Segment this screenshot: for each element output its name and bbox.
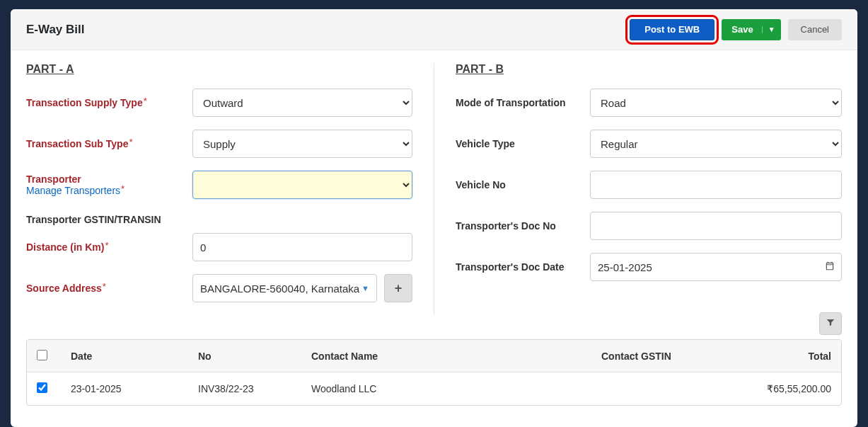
- part-a-section: PART - A Transaction Supply Type* Outwar…: [26, 63, 434, 315]
- part-b-section: PART - B Mode of Transportation Road Veh…: [434, 63, 842, 315]
- vehicle-type-label: Vehicle Type: [456, 138, 590, 149]
- cell-contact-name: Woodland LLC: [311, 383, 601, 394]
- mode-of-transportation-label: Mode of Transportation: [456, 97, 590, 108]
- vehicle-no-input[interactable]: [590, 171, 842, 199]
- table-row[interactable]: 23-01-2025 INV38/22-23 Woodland LLC ₹65,…: [27, 372, 841, 405]
- filter-icon: [826, 317, 835, 330]
- column-header-contact-gstin: Contact GSTIN: [601, 351, 739, 362]
- cell-date: 23-01-2025: [71, 383, 198, 394]
- chevron-down-icon[interactable]: ▼: [762, 26, 775, 33]
- transporter-gstin-label: Transporter GSTIN/TRANSIN: [26, 214, 192, 225]
- source-address-select[interactable]: BANGALORE-560040, Karnataka ▼: [192, 274, 377, 302]
- mode-of-transportation-select[interactable]: Road: [590, 89, 842, 117]
- source-address-label: Source Address*: [26, 283, 192, 294]
- save-button-label: Save: [731, 24, 753, 35]
- row-checkbox[interactable]: [37, 382, 47, 393]
- manage-transporters-link[interactable]: Manage Transporters: [26, 185, 120, 196]
- cancel-button[interactable]: Cancel: [788, 19, 842, 40]
- cell-total: ₹65,55,200.00: [739, 383, 831, 394]
- calendar-icon[interactable]: [825, 261, 835, 273]
- transporter-doc-date-label: Transporter's Doc Date: [456, 261, 590, 273]
- distance-label: Distance (in Km)*: [26, 241, 192, 253]
- transporter-select[interactable]: [192, 171, 412, 199]
- modal-title: E-Way Bill: [26, 23, 623, 37]
- post-to-ewb-button[interactable]: Post to EWB: [630, 19, 714, 40]
- eway-bill-modal: E-Way Bill Post to EWB Save ▼ Cancel PAR…: [11, 9, 857, 427]
- vehicle-type-select[interactable]: Regular: [590, 130, 842, 158]
- distance-input[interactable]: [192, 233, 412, 261]
- modal-body: PART - A Transaction Supply Type* Outwar…: [11, 50, 857, 427]
- table-header-row: Date No Contact Name Contact GSTIN Total: [27, 340, 841, 372]
- column-header-no: No: [198, 351, 311, 362]
- transaction-supply-type-select[interactable]: Outward: [192, 89, 412, 117]
- column-header-total: Total: [739, 351, 831, 362]
- chevron-down-icon: ▼: [361, 284, 369, 292]
- add-address-button[interactable]: +: [384, 274, 412, 302]
- transporter-doc-no-input[interactable]: [590, 212, 842, 240]
- transporter-label: Transporter Manage Transporters*: [26, 173, 192, 196]
- transaction-sub-type-label: Transaction Sub Type*: [26, 138, 192, 149]
- column-header-date: Date: [71, 351, 198, 362]
- transporter-doc-date-input[interactable]: [590, 253, 842, 281]
- plus-icon: +: [395, 281, 403, 296]
- part-b-heading: PART - B: [456, 63, 842, 76]
- transaction-sub-type-select[interactable]: Supply: [192, 130, 412, 158]
- transaction-supply-type-label: Transaction Supply Type*: [26, 97, 192, 108]
- invoice-table: Date No Contact Name Contact GSTIN Total…: [26, 339, 842, 406]
- transporter-doc-no-label: Transporter's Doc No: [456, 220, 590, 232]
- column-header-contact-name: Contact Name: [311, 351, 601, 362]
- save-button[interactable]: Save ▼: [722, 19, 780, 40]
- modal-header: E-Way Bill Post to EWB Save ▼ Cancel: [11, 9, 857, 50]
- cell-no: INV38/22-23: [198, 383, 311, 394]
- filter-button[interactable]: [819, 312, 842, 335]
- part-a-heading: PART - A: [26, 63, 412, 76]
- vehicle-no-label: Vehicle No: [456, 179, 590, 190]
- select-all-checkbox[interactable]: [37, 350, 47, 360]
